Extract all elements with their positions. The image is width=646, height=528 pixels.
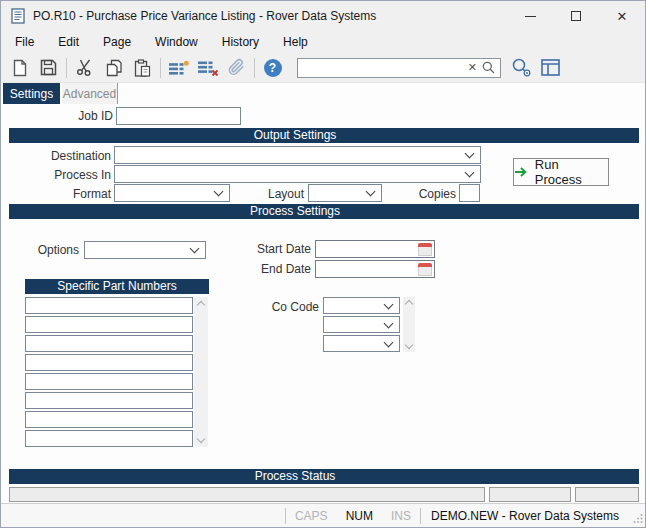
maximize-button[interactable] [553,1,599,31]
chevron-down-icon [384,318,394,328]
paste-button[interactable] [128,55,157,81]
toolbar-separator [254,58,255,78]
process-in-label: Process In [11,168,111,182]
process-status-field [489,487,571,502]
toolbar-search: ✕ [297,58,501,78]
paperclip-icon [227,58,246,77]
format-select[interactable] [114,184,230,202]
part-number-input[interactable] [25,297,193,314]
search-icon[interactable] [482,61,500,74]
copy-button[interactable] [99,55,128,81]
scroll-down-icon[interactable] [405,341,413,349]
start-date-field [315,240,435,258]
panel-layout-button[interactable] [536,55,565,81]
panel-layout-icon [541,59,560,76]
caps-indicator: CAPS [286,509,337,523]
start-date-label: Start Date [231,242,311,256]
part-number-input[interactable] [25,392,193,409]
scroll-up-icon[interactable] [405,300,413,308]
layout-select[interactable] [308,184,382,202]
co-code-scrollbar[interactable] [403,297,415,352]
status-bar: CAPS NUM INS DEMO.NEW - Rover Data Syste… [1,503,645,527]
scroll-up-icon[interactable] [197,301,205,309]
menu-edit[interactable]: Edit [46,35,91,49]
save-button[interactable] [34,55,63,81]
calendar-icon[interactable] [418,263,432,276]
process-in-select[interactable] [114,165,481,183]
co-code-select[interactable] [323,335,400,352]
process-status-field [9,487,485,502]
attachment-button[interactable] [222,55,251,81]
output-settings-header: Output Settings [9,128,639,143]
chevron-down-icon [190,244,200,254]
layout-label: Layout [244,187,304,201]
delete-row-icon [197,60,219,76]
part-number-input[interactable] [25,335,193,352]
copies-label: Copies [396,187,456,201]
run-process-button[interactable]: Run Process [513,158,609,186]
title-bar: PO.R10 - Purchase Price Variance Listing… [1,1,645,31]
process-status-header: Process Status [9,469,639,484]
start-date-input[interactable] [316,242,418,256]
end-date-input[interactable] [316,262,418,276]
resize-grip-icon[interactable] [633,512,643,526]
close-icon: ✕ [617,10,628,23]
co-code-label: Co Code [249,300,319,314]
cut-button[interactable] [70,55,99,81]
job-id-input[interactable] [116,107,241,125]
part-number-input[interactable] [25,373,193,390]
options-select[interactable] [84,241,206,259]
search-input[interactable] [298,60,463,76]
options-label: Options [19,243,79,257]
menu-page[interactable]: Page [91,35,143,49]
menu-file[interactable]: File [3,35,46,49]
chevron-down-icon [465,168,475,178]
part-number-input[interactable] [25,430,193,447]
tab-settings[interactable]: Settings [3,83,60,104]
insert-row-button[interactable] [164,55,193,81]
part-number-input[interactable] [25,354,193,371]
tab-advanced[interactable]: Advanced [62,83,118,104]
toolbar: ? ✕ [1,53,645,83]
minimize-icon [525,16,536,17]
help-button[interactable]: ? [258,55,287,81]
part-numbers-scrollbar[interactable] [194,297,208,447]
end-date-field [315,260,435,278]
co-code-select[interactable] [323,316,400,333]
cut-icon [76,59,94,76]
save-icon [40,59,57,76]
part-number-input[interactable] [25,411,193,428]
co-code-select[interactable] [323,297,400,314]
record-search-icon [511,58,532,77]
num-indicator: NUM [337,509,382,523]
copy-icon [106,59,122,77]
chevron-down-icon [366,187,376,197]
format-label: Format [11,187,111,201]
copies-input[interactable] [459,184,480,202]
delete-row-button[interactable] [193,55,222,81]
paste-icon [134,59,151,77]
new-document-button[interactable] [5,55,34,81]
app-window: PO.R10 - Purchase Price Variance Listing… [0,0,646,528]
process-status-field [575,487,639,502]
new-document-icon [12,59,28,77]
session-label: DEMO.NEW - Rover Data Systems [421,509,629,523]
help-icon: ? [264,59,282,77]
menu-history[interactable]: History [210,35,271,49]
destination-select[interactable] [114,146,481,164]
calendar-icon[interactable] [418,243,432,256]
scroll-down-icon[interactable] [197,435,205,443]
window-title: PO.R10 - Purchase Price Variance Listing… [33,9,376,23]
menu-help[interactable]: Help [271,35,320,49]
insert-row-icon [168,60,190,76]
toolbar-separator [160,58,161,78]
menu-bar: File Edit Page Window History Help [1,31,645,53]
record-search-button[interactable] [507,55,536,81]
part-number-input[interactable] [25,316,193,333]
chevron-down-icon [384,299,394,309]
close-button[interactable]: ✕ [599,1,645,31]
clear-search-icon[interactable]: ✕ [463,62,482,73]
menu-window[interactable]: Window [143,35,210,49]
minimize-button[interactable] [507,1,553,31]
chevron-down-icon [465,149,475,159]
